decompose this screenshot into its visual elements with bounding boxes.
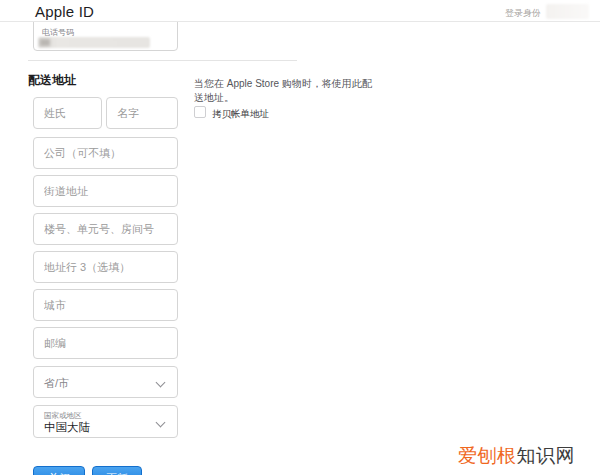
chevron-down-icon	[157, 379, 164, 386]
province-select[interactable]: 省/市	[33, 366, 178, 398]
zip-code-input[interactable]	[33, 327, 178, 359]
copy-billing-address-label: 拷贝帐单地址	[212, 108, 269, 121]
company-input[interactable]	[33, 137, 178, 169]
login-identity-label: 登录身份	[505, 7, 541, 20]
last-name-input[interactable]	[33, 97, 102, 129]
shipping-address-title: 配送地址	[28, 72, 76, 89]
chevron-down-icon	[157, 419, 164, 426]
copy-billing-address-checkbox[interactable]	[194, 106, 206, 118]
page-title: Apple ID	[35, 3, 94, 20]
building-unit-room-input[interactable]	[33, 213, 178, 245]
redacted-login-identity	[546, 4, 589, 19]
update-button[interactable]: 更新	[92, 466, 142, 475]
watermark-highlight: 爱刨根	[458, 445, 517, 466]
country-region-select[interactable]: 国家或地区 中国大陆	[33, 405, 178, 438]
country-region-value: 中国大陆	[44, 420, 90, 435]
province-select-placeholder: 省/市	[44, 376, 69, 391]
shipping-address-note: 当您在 Apple Store 购物时，将使用此配送地址。	[194, 77, 372, 104]
apple-id-settings-page: 电话号码 Apple ID 登录身份 配送地址 当您在 Apple Store …	[0, 0, 600, 475]
section-divider	[28, 60, 297, 61]
site-watermark: 爱刨根知识网	[458, 443, 575, 469]
redacted-phone-value	[38, 37, 150, 48]
city-input[interactable]	[33, 289, 178, 321]
address-line3-input[interactable]	[33, 251, 178, 283]
close-button[interactable]: 关闭	[33, 466, 85, 475]
first-name-input[interactable]	[106, 97, 178, 129]
street-address-input[interactable]	[33, 175, 178, 207]
watermark-rest: 知识网	[517, 445, 576, 466]
header-bar: Apple ID 登录身份	[0, 0, 600, 22]
